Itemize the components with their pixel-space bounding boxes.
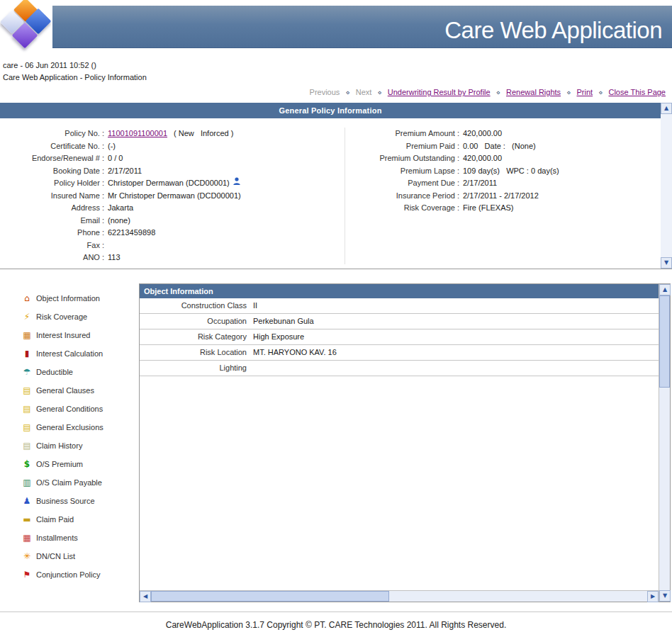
sidebar-item-claim-paid[interactable]: ▬ Claim Paid (0, 510, 139, 529)
info-label: Construction Class (140, 301, 253, 310)
sidebar-item-installments[interactable]: ▦ Installments (0, 529, 139, 547)
vertical-scroll-track[interactable] (659, 295, 670, 590)
scroll-right-icon[interactable]: ▶ (647, 591, 659, 602)
info-label: Risk Location (140, 348, 253, 356)
insurance-period-row: Insurance Period : 2/17/2011 - 2/17/2012 (345, 190, 661, 203)
os-premium-icon: $ (21, 458, 33, 470)
sidebar-item-label: Risk Coverage (36, 312, 87, 321)
info-row-risk-location: Risk Location MT. HARYONO KAV. 16 (140, 345, 659, 361)
sidebar-item-dncn-list[interactable]: ✳ DN/CN List (0, 547, 139, 565)
claim-history-icon: ▤ (21, 440, 33, 451)
app-title: Care Web Application (444, 17, 662, 44)
sidebar-item-risk-coverage[interactable]: ⚡ Risk Coverage (0, 308, 139, 326)
panel-vertical-scrollbar[interactable]: ▲ ▼ (659, 284, 670, 602)
fax-row: Fax : (0, 239, 345, 252)
sidebar-item-general-conditions[interactable]: ▤ General Conditions (0, 400, 139, 418)
field-label: Premium Lapse : (345, 165, 463, 178)
info-row-risk-category: Risk Category High Exposure (140, 329, 659, 345)
nav-separator-icon: ⋄ (598, 89, 603, 96)
sidebar-item-label: General Conditions (36, 405, 103, 413)
sidebar-item-general-exclusions[interactable]: ▤ General Exclusions (0, 418, 139, 436)
header-bar: Care Web Application (0, 6, 672, 48)
sidebar-item-label: Interest Calculation (36, 349, 103, 358)
field-label: Risk Coverage : (345, 202, 463, 215)
sidebar-item-claim-history[interactable]: ▤ Claim History (0, 436, 139, 455)
panel-horizontal-scrollbar[interactable]: ◀ ▶ (140, 590, 659, 602)
field-label: ANO : (0, 252, 108, 264)
policy-left-column: Policy No. : 11001091100001 ( New Inforc… (0, 128, 345, 264)
risk-coverage-icon: ⚡ (21, 311, 33, 322)
person-icon[interactable] (233, 177, 241, 186)
footer: CareWebApplication 3.1.7 Copyright © PT.… (0, 611, 672, 630)
field-value: 2/17/2011 - 2/17/2012 (463, 190, 539, 203)
info-label: Lighting (140, 363, 253, 372)
sidebar-item-label: General Clauses (36, 386, 94, 395)
close-page-link[interactable]: Close This Page (608, 88, 666, 96)
sidebar-item-label: Object Information (36, 294, 100, 303)
info-row-occupation: Occupation Perkebunan Gula (140, 314, 659, 329)
sidebar-item-label: Claim Paid (36, 515, 74, 524)
field-value: Christoper Dermawan (DCD00001) (108, 177, 230, 190)
object-information-panel: Object Information Construction Class II… (139, 283, 671, 602)
info-row-lighting: Lighting (140, 361, 659, 376)
insured-name-row: Insured Name : Mr Christoper Dermawan (D… (0, 190, 345, 203)
policy-details: Policy No. : 11001091100001 ( New Inforc… (0, 118, 672, 269)
print-link[interactable]: Print (576, 88, 593, 96)
field-value: (-) (108, 140, 116, 153)
interest-insured-icon: ▦ (21, 329, 33, 341)
policy-holder-row: Policy Holder : Christoper Dermawan (DCD… (0, 177, 345, 190)
scroll-down-icon[interactable]: ▼ (659, 590, 671, 602)
frame-vertical-scrollbar[interactable]: ▲ ▼ (661, 103, 672, 269)
horizontal-scroll-track[interactable] (151, 591, 647, 602)
sidebar-item-label: Installments (36, 534, 78, 542)
scroll-up-icon[interactable]: ▲ (661, 103, 672, 114)
sidebar-item-deductible[interactable]: ☂ Deductible (0, 363, 139, 381)
renewal-rights-link[interactable]: Renewal Rights (506, 88, 561, 96)
premium-outstanding-row: Premium Outstanding : 420,000.00 (345, 152, 661, 165)
field-label: Fax : (0, 239, 108, 252)
policy-section-title: General Policy Information (0, 103, 661, 118)
field-label: Booking Date : (0, 165, 108, 178)
policy-status: ( New Inforced ) (174, 128, 233, 140)
info-value: II (253, 301, 257, 310)
sidebar-item-os-premium[interactable]: $ O/S Premium (0, 455, 139, 473)
info-value: Perkebunan Gula (253, 317, 314, 325)
underwriting-result-link[interactable]: Underwriting Result by Profile (388, 88, 491, 96)
sidebar-item-object-information[interactable]: ⌂ Object Information (0, 289, 139, 308)
scroll-up-icon[interactable]: ▲ (659, 284, 671, 295)
scroll-down-icon[interactable]: ▼ (661, 257, 672, 269)
sidebar-item-business-source[interactable]: ♟ Business Source (0, 492, 139, 510)
next-link[interactable]: Next (356, 88, 372, 96)
sidebar-item-label: O/S Premium (36, 460, 83, 468)
scroll-left-icon[interactable]: ◀ (140, 591, 151, 602)
sidebar-item-label: O/S Claim Payable (36, 478, 102, 487)
nav-separator-icon: ⋄ (377, 89, 381, 96)
field-value: Jakarta (108, 202, 133, 215)
ano-row: ANO : 113 (0, 252, 345, 264)
vertical-scroll-thumb[interactable] (659, 295, 670, 388)
sidebar-item-interest-calculation[interactable]: ▮ Interest Calculation (0, 344, 139, 363)
policy-number-link[interactable]: 11001091100001 (108, 128, 167, 140)
field-label: Premium Paid : (345, 140, 463, 153)
os-claim-payable-icon: ▥ (21, 477, 33, 488)
info-value: MT. HARYONO KAV. 16 (253, 348, 337, 356)
claim-paid-icon: ▬ (21, 514, 33, 525)
footer-text: CareWebApplication 3.1.7 Copyright © PT.… (166, 620, 506, 630)
endorse-renewal-row: Endorse/Renewal # : 0 / 0 (0, 152, 345, 165)
field-label: Policy No. : (0, 128, 108, 140)
sidebar-item-os-claim-payable[interactable]: ▥ O/S Claim Payable (0, 473, 139, 492)
certificate-no-row: Certificate No. : (-) (0, 140, 345, 153)
sidebar-item-general-clauses[interactable]: ▤ General Clauses (0, 381, 139, 400)
content-area: ⌂ Object Information ⚡ Risk Coverage ▦ I… (0, 283, 672, 602)
policy-no-row: Policy No. : 11001091100001 ( New Inforc… (0, 128, 345, 140)
app-logo-icon (0, 0, 52, 54)
sidebar-item-interest-insured[interactable]: ▦ Interest Insured (0, 326, 139, 344)
premium-paid-row: Premium Paid : 0.00 Date : (None) (345, 140, 661, 153)
installments-icon: ▦ (21, 532, 33, 543)
horizontal-scroll-thumb[interactable] (151, 591, 389, 602)
sidebar-item-conjunction-policy[interactable]: ⚑ Conjunction Policy (0, 565, 139, 584)
field-value: 0.00 Date : (None) (463, 140, 536, 153)
object-information-icon: ⌂ (21, 293, 33, 304)
business-source-icon: ♟ (21, 495, 33, 507)
previous-link[interactable]: Previous (310, 88, 340, 96)
